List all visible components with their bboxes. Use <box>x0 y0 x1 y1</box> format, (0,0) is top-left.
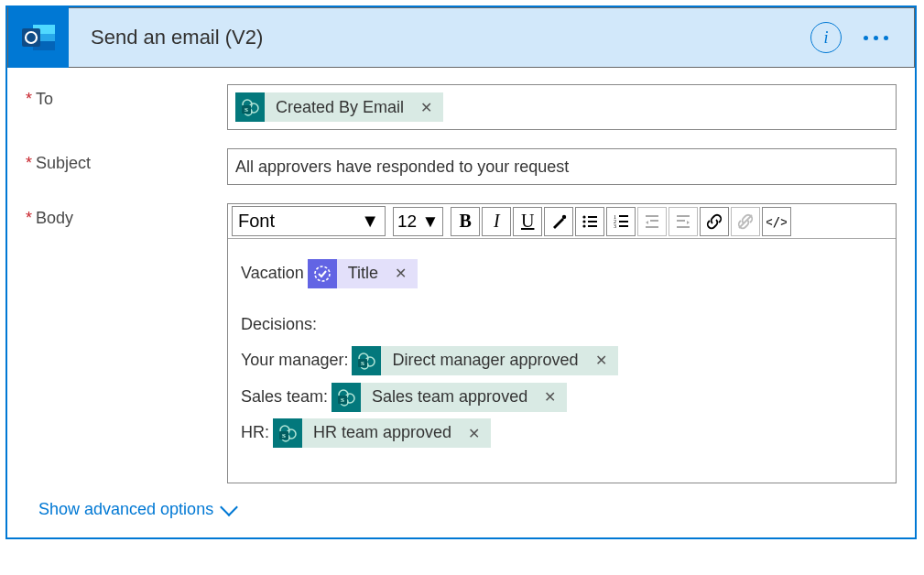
bold-button[interactable]: B <box>451 207 480 236</box>
token-remove-icon[interactable]: ✕ <box>387 257 414 289</box>
token-created-by-email[interactable]: S Created By Email ✕ <box>235 92 443 122</box>
to-row: *To S Created By Email ✕ <box>26 84 897 130</box>
link-icon[interactable] <box>700 207 729 236</box>
card-body: *To S Created By Email ✕ *Subject All ap… <box>7 68 915 537</box>
svg-point-13 <box>583 220 586 222</box>
svg-rect-14 <box>588 221 597 222</box>
body-line-vacation: Vacation Title ✕ <box>241 255 883 292</box>
subject-label: *Subject <box>26 148 227 173</box>
sharepoint-icon: S <box>235 92 265 122</box>
code-view-icon[interactable]: </> <box>762 207 791 236</box>
card-title: Send an email (V2) <box>69 26 810 49</box>
token-title[interactable]: Title ✕ <box>308 259 418 288</box>
token-remove-icon[interactable]: ✕ <box>537 381 563 413</box>
svg-rect-24 <box>650 220 658 222</box>
show-advanced-options[interactable]: Show advanced options <box>26 494 237 525</box>
token-remove-icon[interactable]: ✕ <box>413 99 440 116</box>
svg-text:3: 3 <box>614 223 616 229</box>
svg-rect-28 <box>677 220 685 222</box>
body-line-sales: Sales team: S Sales team approved ✕ <box>241 379 883 416</box>
subject-row: *Subject All approvers have responded to… <box>26 148 897 185</box>
body-editor: Font▼ 12 ▼ B I U 123 <box>227 203 897 483</box>
body-line-manager: Your manager: S Direct manager approved … <box>241 342 883 379</box>
svg-rect-22 <box>619 225 628 227</box>
size-select[interactable]: 12 ▼ <box>393 207 443 236</box>
svg-rect-20 <box>619 221 628 222</box>
svg-text:S: S <box>341 396 344 404</box>
bulleted-list-icon[interactable] <box>575 207 604 236</box>
subject-field[interactable]: All approvers have responded to your req… <box>227 148 897 185</box>
svg-rect-23 <box>646 215 658 217</box>
svg-rect-18 <box>619 215 628 217</box>
svg-text:</>: </> <box>766 214 787 229</box>
card-header[interactable]: Send an email (V2) i <box>7 7 915 68</box>
svg-rect-30 <box>677 226 690 228</box>
ellipsis-menu-icon[interactable] <box>858 30 894 46</box>
body-label: *Body <box>26 203 227 228</box>
body-row: *Body Font▼ 12 ▼ B I U <box>26 203 897 483</box>
svg-marker-29 <box>687 221 690 224</box>
outlook-icon <box>8 7 69 68</box>
action-card: Send an email (V2) i *To S Created By Em… <box>5 5 917 539</box>
color-picker-icon[interactable] <box>544 207 573 236</box>
to-field[interactable]: S Created By Email ✕ <box>227 84 897 130</box>
svg-point-15 <box>583 224 586 227</box>
info-icon[interactable]: i <box>810 22 842 53</box>
svg-text:S: S <box>361 360 364 367</box>
svg-text:S: S <box>282 432 286 439</box>
svg-marker-25 <box>646 221 648 224</box>
token-direct-manager-approved[interactable]: S Direct manager approved ✕ <box>352 346 617 375</box>
svg-rect-16 <box>588 225 597 227</box>
indent-icon[interactable] <box>669 207 698 236</box>
decisions-label: Decisions: <box>241 307 883 343</box>
unlink-icon[interactable] <box>731 207 760 236</box>
svg-rect-26 <box>646 226 658 228</box>
body-content[interactable]: Vacation Title ✕ Decisions: Your manager… <box>228 239 896 483</box>
approvals-icon <box>308 259 337 288</box>
token-label: Created By Email <box>265 98 413 117</box>
rte-toolbar: Font▼ 12 ▼ B I U 123 <box>228 204 896 239</box>
sharepoint-icon: S <box>273 418 302 448</box>
font-select[interactable]: Font▼ <box>232 206 386 236</box>
svg-rect-12 <box>588 216 597 218</box>
svg-point-33 <box>315 266 330 281</box>
italic-button[interactable]: I <box>482 207 511 236</box>
sharepoint-icon: S <box>352 346 381 375</box>
to-label: *To <box>26 84 227 109</box>
token-remove-icon[interactable]: ✕ <box>588 344 614 376</box>
numbered-list-icon[interactable]: 123 <box>606 207 636 236</box>
token-sales-team-approved[interactable]: S Sales team approved ✕ <box>332 383 567 412</box>
svg-point-10 <box>562 214 566 218</box>
underline-button[interactable]: U <box>513 207 542 236</box>
svg-rect-27 <box>677 215 690 217</box>
body-line-hr: HR: S HR team approved ✕ <box>241 415 883 451</box>
subject-value: All approvers have responded to your req… <box>235 157 569 177</box>
svg-text:S: S <box>245 106 248 114</box>
svg-point-11 <box>583 215 586 218</box>
token-hr-team-approved[interactable]: S HR team approved ✕ <box>273 418 491 448</box>
chevron-down-icon <box>220 498 238 516</box>
outdent-icon[interactable] <box>637 207 667 236</box>
token-remove-icon[interactable]: ✕ <box>461 418 487 450</box>
sharepoint-icon: S <box>332 383 361 412</box>
